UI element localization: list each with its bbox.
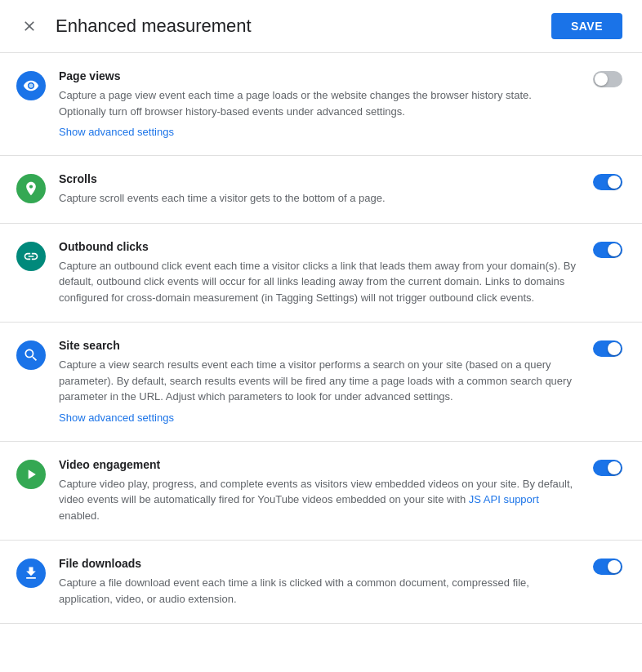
settings-content: Page views Capture a page view event eac… — [0, 53, 642, 624]
scrolls-body: Scrolls Capture scroll events each time … — [59, 172, 580, 207]
page-views-toggle-track — [593, 71, 622, 87]
video-engagement-icon-wrap — [16, 460, 46, 489]
js-api-support-link[interactable]: JS API support — [469, 493, 539, 505]
link-icon — [23, 248, 39, 265]
setting-row-site-search: Site search Capture a view search result… — [0, 323, 642, 442]
page-views-toggle-wrap[interactable] — [593, 69, 622, 87]
video-engagement-body: Video engagement Capture video play, pro… — [59, 458, 580, 524]
header: Enhanced measurement SAVE — [0, 0, 642, 53]
site-search-show-advanced[interactable]: Show advanced settings — [59, 412, 174, 424]
outbound-clicks-toggle-track — [593, 242, 622, 258]
site-search-toggle-track — [593, 340, 622, 357]
setting-row-page-views: Page views Capture a page view event eac… — [0, 53, 642, 156]
file-downloads-title: File downloads — [59, 557, 580, 570]
video-engagement-toggle-track — [593, 460, 622, 476]
site-search-body: Site search Capture a view search result… — [59, 339, 580, 425]
outbound-clicks-body: Outbound clicks Capture an outbound clic… — [59, 240, 580, 306]
page-views-title: Page views — [59, 69, 580, 82]
page-views-icon-wrap — [16, 71, 46, 100]
site-search-toggle[interactable] — [593, 340, 622, 357]
video-engagement-title: Video engagement — [59, 458, 580, 471]
save-button[interactable]: SAVE — [551, 13, 622, 39]
scrolls-desc: Capture scroll events each time a visito… — [59, 190, 580, 207]
scrolls-toggle-thumb — [608, 176, 621, 189]
close-button[interactable] — [16, 13, 42, 39]
setting-row-scrolls: Scrolls Capture scroll events each time … — [0, 156, 642, 224]
download-icon — [23, 565, 39, 581]
page-views-toggle-thumb — [595, 73, 608, 86]
setting-row-video-engagement: Video engagement Capture video play, pro… — [0, 442, 642, 541]
svg-point-0 — [29, 84, 33, 87]
file-downloads-toggle-wrap[interactable] — [593, 557, 622, 575]
site-search-icon-wrap — [16, 340, 46, 370]
file-downloads-body: File downloads Capture a file download e… — [59, 557, 580, 607]
file-downloads-toggle-thumb — [608, 560, 621, 573]
scrolls-title: Scrolls — [59, 172, 580, 185]
scrolls-icon-wrap — [16, 174, 46, 203]
scrolls-toggle-wrap[interactable] — [593, 172, 622, 190]
outbound-clicks-toggle[interactable] — [593, 242, 622, 258]
page-views-show-advanced[interactable]: Show advanced settings — [59, 126, 174, 138]
play-icon — [23, 466, 39, 483]
outbound-clicks-title: Outbound clicks — [59, 240, 580, 253]
site-search-title: Site search — [59, 339, 580, 352]
file-downloads-toggle[interactable] — [593, 559, 622, 575]
search-icon — [23, 347, 39, 363]
video-engagement-toggle-thumb — [608, 461, 621, 474]
video-engagement-desc-after: enabled. — [59, 510, 100, 522]
scrolls-toggle[interactable] — [593, 174, 622, 190]
page-views-body: Page views Capture a page view event eac… — [59, 69, 580, 139]
video-engagement-toggle[interactable] — [593, 460, 622, 476]
header-left: Enhanced measurement — [16, 13, 252, 39]
video-engagement-toggle-wrap[interactable] — [593, 458, 622, 476]
eye-icon — [23, 78, 39, 94]
scrolls-toggle-track — [593, 174, 622, 190]
setting-row-outbound-clicks: Outbound clicks Capture an outbound clic… — [0, 224, 642, 323]
site-search-toggle-wrap[interactable] — [593, 339, 622, 357]
page-views-toggle[interactable] — [593, 71, 622, 87]
scroll-icon — [23, 180, 39, 197]
outbound-clicks-toggle-wrap[interactable] — [593, 240, 622, 258]
file-downloads-toggle-track — [593, 559, 622, 575]
outbound-clicks-desc: Capture an outbound click event each tim… — [59, 258, 580, 306]
setting-row-file-downloads: File downloads Capture a file download e… — [0, 541, 642, 624]
file-downloads-desc: Capture a file download event each time … — [59, 575, 580, 607]
outbound-clicks-toggle-thumb — [608, 243, 621, 256]
page-title: Enhanced measurement — [56, 16, 252, 37]
outbound-clicks-icon-wrap — [16, 242, 46, 271]
site-search-desc: Capture a view search results event each… — [59, 357, 580, 405]
video-engagement-desc: Capture video play, progress, and comple… — [59, 476, 580, 524]
file-downloads-icon-wrap — [16, 559, 46, 588]
page-views-desc: Capture a page view event each time a pa… — [59, 87, 580, 119]
site-search-toggle-thumb — [608, 342, 621, 355]
